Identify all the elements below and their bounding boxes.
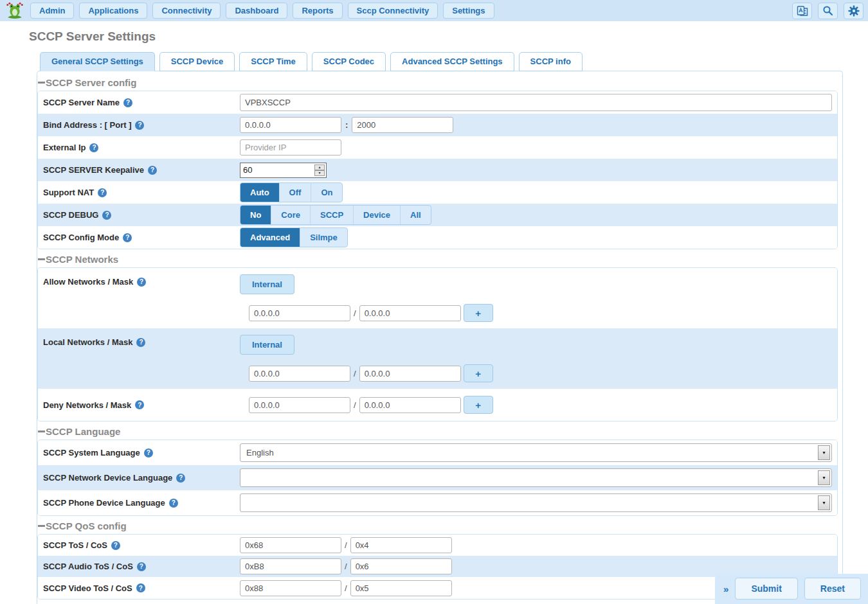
audio-cos-input[interactable] (350, 558, 452, 574)
select-arrow-icon[interactable]: ▾ (818, 470, 830, 485)
top-navbar: Admin Applications Connectivity Dashboar… (0, 0, 868, 21)
section-header-qos[interactable]: SCCP QoS config (38, 520, 838, 531)
sccp-tos-input[interactable] (240, 537, 341, 553)
collapse-icon (38, 525, 45, 527)
tab-sccp-device[interactable]: SCCP Device (159, 52, 235, 71)
nav-item-dashboard[interactable]: Dashboard (226, 3, 287, 19)
local-internal-button[interactable]: Internal (240, 335, 294, 355)
help-icon[interactable]: ? (136, 338, 145, 347)
phone-device-language-select[interactable]: ▾ (240, 493, 832, 512)
nav-item-connectivity[interactable]: Connectivity (152, 3, 221, 19)
settings-tabs: General SCCP Settings SCCP Device SCCP T… (40, 52, 868, 71)
allow-add-button[interactable]: + (464, 304, 493, 322)
row-sccp-tos: SCCP ToS / CoS ? / (38, 535, 837, 556)
nav-item-admin[interactable]: Admin (30, 3, 74, 19)
debug-device-button[interactable]: Device (353, 206, 400, 224)
help-icon[interactable]: ? (102, 211, 111, 220)
deny-mask-input[interactable] (359, 397, 461, 413)
allow-mask-input[interactable] (359, 305, 461, 321)
nav-item-reports[interactable]: Reports (293, 3, 342, 19)
system-language-select[interactable]: English ▾ (240, 443, 832, 462)
allow-internal-button[interactable]: Internal (240, 274, 294, 294)
help-icon[interactable]: ? (148, 166, 157, 175)
row-local-networks: Local Networks / Mask ? Internal / + (38, 328, 837, 389)
number-spinner[interactable]: ▴ ▾ (314, 164, 325, 176)
video-cos-input[interactable] (350, 580, 452, 596)
help-icon[interactable]: ? (123, 98, 132, 107)
slash-separator: / (354, 308, 356, 318)
tab-advanced-sccp-settings[interactable]: Advanced SCCP Settings (390, 52, 514, 71)
help-icon[interactable]: ? (123, 233, 132, 242)
network-device-language-select[interactable]: ▾ (240, 468, 832, 487)
help-icon[interactable]: ? (135, 121, 144, 130)
nav-item-sccp-connectivity[interactable]: Sccp Connectivity (348, 3, 439, 19)
audio-tos-input[interactable] (240, 558, 341, 574)
row-allow-networks: Allow Networks / Mask ? Internal / + (38, 268, 837, 328)
field-label: External Ip ? (43, 143, 240, 152)
row-system-language: SCCP System Language ? English ▾ (38, 440, 837, 465)
help-icon[interactable]: ? (111, 541, 120, 550)
debug-core-button[interactable]: Core (271, 206, 310, 224)
deny-add-button[interactable]: + (464, 396, 493, 414)
help-icon[interactable]: ? (144, 449, 153, 457)
nav-item-applications[interactable]: Applications (79, 3, 147, 19)
allow-network-input[interactable] (249, 305, 350, 321)
support-nat-on-button[interactable]: On (311, 183, 342, 202)
help-icon[interactable]: ? (136, 583, 145, 592)
field-label: SCCP Video ToS / CoS ? (43, 583, 240, 593)
language-icon[interactable] (792, 3, 812, 19)
spinner-down-icon[interactable]: ▾ (314, 170, 325, 176)
collapse-actions-icon[interactable]: » (723, 583, 728, 594)
spinner-up-icon[interactable]: ▴ (314, 164, 325, 170)
external-ip-input[interactable] (240, 139, 341, 155)
field-label: SCCP DEBUG ? (43, 210, 240, 220)
tab-sccp-codec[interactable]: SCCP Codec (312, 52, 386, 71)
gear-icon[interactable] (844, 3, 863, 19)
select-arrow-icon[interactable]: ▾ (818, 495, 830, 510)
debug-sccp-button[interactable]: SCCP (310, 206, 353, 224)
video-tos-input[interactable] (240, 580, 341, 596)
row-external-ip: External Ip ? (38, 136, 837, 159)
row-phone-device-language: SCCP Phone Device Language ? ▾ (38, 490, 837, 515)
keepalive-input[interactable] (240, 163, 327, 178)
help-icon[interactable]: ? (169, 499, 178, 508)
field-label: SCCP System Language ? (43, 448, 240, 457)
config-mode-advanced-button[interactable]: Advanced (240, 228, 300, 247)
config-mode-simple-button[interactable]: Silmpe (300, 228, 347, 247)
sccp-cos-input[interactable] (350, 537, 452, 553)
local-network-input[interactable] (249, 366, 350, 382)
select-arrow-icon[interactable]: ▾ (818, 445, 830, 460)
bind-port-input[interactable] (352, 117, 453, 133)
help-icon[interactable]: ? (176, 474, 185, 483)
action-bar: » Submit Reset (715, 574, 868, 604)
section-header-language[interactable]: SCCP Language (38, 426, 838, 437)
frog-logo-icon[interactable] (5, 2, 25, 20)
bind-address-input[interactable] (240, 117, 341, 133)
server-name-input[interactable] (240, 94, 832, 111)
support-nat-off-button[interactable]: Off (279, 183, 311, 202)
help-icon[interactable]: ? (89, 143, 98, 152)
help-icon[interactable]: ? (137, 278, 146, 287)
submit-button[interactable]: Submit (735, 578, 797, 600)
tab-general-sccp-settings[interactable]: General SCCP Settings (40, 52, 155, 71)
help-icon[interactable]: ? (135, 400, 144, 409)
help-icon[interactable]: ? (98, 188, 107, 197)
deny-network-input[interactable] (249, 397, 350, 413)
fieldset-networks: Allow Networks / Mask ? Internal / + Loc… (37, 267, 838, 422)
config-mode-toggle: Advanced Silmpe (240, 227, 348, 247)
local-add-button[interactable]: + (464, 364, 493, 382)
reset-button[interactable]: Reset (804, 578, 861, 600)
tab-sccp-info[interactable]: SCCP info (519, 52, 583, 71)
local-mask-input[interactable] (359, 366, 461, 382)
help-icon[interactable]: ? (137, 562, 146, 571)
field-label: Local Networks / Mask ? (43, 328, 240, 347)
nav-item-settings[interactable]: Settings (443, 3, 494, 19)
tab-sccp-time[interactable]: SCCP Time (239, 52, 307, 71)
section-header-server-config[interactable]: SCCP Server config (38, 77, 838, 88)
search-icon[interactable] (818, 3, 838, 19)
debug-all-button[interactable]: All (400, 206, 431, 224)
section-header-networks[interactable]: SCCP Networks (38, 254, 838, 265)
debug-no-button[interactable]: No (240, 206, 271, 224)
support-nat-auto-button[interactable]: Auto (240, 183, 279, 202)
row-support-nat: Support NAT ? Auto Off On (38, 181, 837, 204)
